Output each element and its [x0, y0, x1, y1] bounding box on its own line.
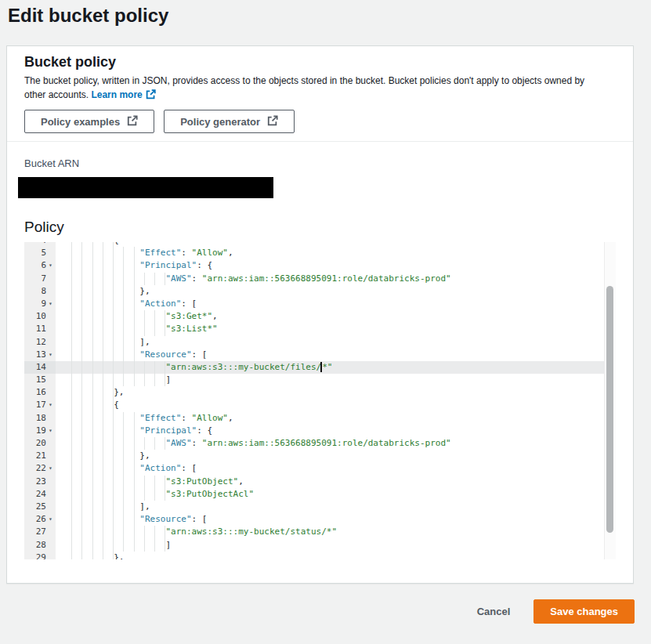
line-number: 12	[24, 336, 56, 349]
code-text: "Resource": [	[56, 513, 616, 526]
line-number: 17▾	[24, 399, 56, 411]
code-text: "Effect": "Allow",	[56, 247, 616, 259]
editor-line[interactable]: 13▾ "Resource": [	[24, 349, 616, 361]
editor-line[interactable]: 25 ],	[24, 501, 616, 513]
editor-line[interactable]: 29 },	[24, 552, 616, 559]
code-text: "AWS": "arn:aws:iam::563668895091:role/d…	[56, 273, 616, 285]
description-line1: The bucket policy, written in JSON, prov…	[24, 75, 584, 86]
editor-line[interactable]: 15 ]	[24, 374, 616, 386]
editor-line[interactable]: 23 "s3:PutObject",	[24, 476, 616, 488]
policy-examples-button[interactable]: Policy examples	[24, 110, 154, 133]
line-number: 15	[24, 374, 56, 386]
code-text: "s3:Get*",	[56, 310, 616, 323]
panel-description: The bucket policy, written in JSON, prov…	[24, 74, 616, 103]
editor-line[interactable]: 20 "AWS": "arn:aws:iam::563668895091:rol…	[24, 437, 616, 450]
editor-line[interactable]: 9▾ "Action": [	[24, 298, 616, 310]
editor-line[interactable]: 27 "arn:aws:s3:::my-bucket/status/*"	[24, 526, 616, 538]
form-actions: Cancel Save changes	[0, 599, 635, 624]
line-number: 14	[24, 361, 56, 374]
editor-line[interactable]: 24 "s3:PutObjectAcl"	[24, 488, 616, 501]
policy-generator-button[interactable]: Policy generator	[164, 110, 295, 133]
line-number: 5	[24, 247, 56, 259]
code-text: "Principal": {	[56, 259, 616, 272]
page-title: Edit bucket policy	[0, 0, 651, 27]
bucket-arn-label: Bucket ARN	[24, 157, 616, 169]
line-number: 9▾	[24, 298, 56, 310]
bucket-arn-redacted-value	[18, 177, 273, 198]
code-text: },	[56, 285, 616, 298]
editor-line[interactable]: 16 },	[24, 386, 616, 399]
code-text: "s3:PutObjectAcl"	[56, 488, 616, 501]
code-text: "Resource": [	[56, 349, 616, 361]
code-text: "Effect": "Allow",	[56, 412, 616, 425]
code-text: "AWS": "arn:aws:iam::563668895091:role/d…	[56, 437, 616, 450]
fold-arrow-icon[interactable]: ▾	[46, 425, 55, 437]
code-text: },	[56, 450, 616, 462]
fold-arrow-icon[interactable]: ▾	[46, 298, 55, 310]
line-number: 7	[24, 273, 56, 285]
external-link-icon	[146, 89, 156, 103]
line-number: 23	[24, 476, 56, 488]
policy-label: Policy	[24, 219, 616, 236]
line-number: 26▾	[24, 513, 56, 526]
code-text: ],	[56, 336, 616, 349]
panel-header: Bucket policy The bucket policy, written…	[7, 46, 633, 141]
fold-arrow-icon[interactable]: ▾	[46, 259, 55, 272]
line-number: 20	[24, 437, 56, 450]
code-text: "arn:aws:s3:::my-bucket/files/*"	[56, 361, 616, 374]
code-text: "arn:aws:s3:::my-bucket/status/*"	[56, 526, 616, 538]
editor-line[interactable]: 6▾ "Principal": {	[24, 259, 616, 272]
external-link-icon	[267, 115, 278, 128]
editor-line[interactable]: 18 "Effect": "Allow",	[24, 412, 616, 425]
code-text: "Action": [	[56, 462, 616, 475]
line-number: 10	[24, 310, 56, 323]
external-link-icon	[127, 115, 138, 128]
editor-line[interactable]: 7 "AWS": "arn:aws:iam::563668895091:role…	[24, 273, 616, 285]
panel-header-buttons: Policy examples Policy generator	[24, 110, 616, 133]
editor-content: 4 {5 "Effect": "Allow",6▾ "Principal": {…	[24, 242, 616, 559]
policy-generator-label: Policy generator	[180, 116, 260, 128]
code-text: "s3:List*"	[56, 323, 616, 335]
description-line2: other accounts.	[24, 89, 89, 100]
fold-arrow-icon[interactable]: ▾	[46, 462, 55, 475]
line-number: 29	[24, 552, 56, 559]
panel-body: Bucket ARN Policy 4 {5 "Effect": "Allow"…	[7, 141, 633, 583]
editor-line[interactable]: 28 ]	[24, 539, 616, 552]
line-number: 6▾	[24, 259, 56, 272]
fold-arrow-icon[interactable]: ▾	[46, 349, 55, 361]
line-number: 19▾	[24, 425, 56, 437]
line-number: 18	[24, 412, 56, 425]
editor-line[interactable]: 5 "Effect": "Allow",	[24, 247, 616, 259]
code-text: "Principal": {	[56, 425, 616, 437]
line-number: 8	[24, 285, 56, 298]
editor-line[interactable]: 26▾ "Resource": [	[24, 513, 616, 526]
policy-code-editor[interactable]: 4 {5 "Effect": "Allow",6▾ "Principal": {…	[24, 242, 616, 559]
learn-more-link[interactable]: Learn more	[91, 89, 142, 100]
line-number: 25	[24, 501, 56, 513]
cancel-button[interactable]: Cancel	[474, 601, 514, 622]
editor-line[interactable]: 19▾ "Principal": {	[24, 425, 616, 437]
editor-line[interactable]: 21 },	[24, 450, 616, 462]
editor-scrollbar-thumb[interactable]	[606, 286, 613, 533]
policy-examples-label: Policy examples	[41, 116, 120, 128]
fold-arrow-icon[interactable]: ▾	[46, 513, 55, 526]
line-number: 11	[24, 323, 56, 335]
line-number: 21	[24, 450, 56, 462]
editor-line[interactable]: 11 "s3:List*"	[24, 323, 616, 335]
editor-scrollbar-track[interactable]	[604, 242, 616, 559]
editor-line[interactable]: 12 ],	[24, 336, 616, 349]
line-number: 16	[24, 386, 56, 399]
editor-line[interactable]: 17▾ {	[24, 399, 616, 411]
code-text: ],	[56, 501, 616, 513]
code-text: ]	[56, 539, 616, 552]
fold-arrow-icon[interactable]: ▾	[46, 399, 55, 411]
editor-line[interactable]: 10 "s3:Get*",	[24, 310, 616, 323]
line-number: 28	[24, 539, 56, 552]
save-changes-button[interactable]: Save changes	[533, 599, 635, 624]
editor-line[interactable]: 14 "arn:aws:s3:::my-bucket/files/*"	[24, 361, 616, 374]
editor-line[interactable]: 8 },	[24, 285, 616, 298]
line-number: 24	[24, 488, 56, 501]
code-text: "Action": [	[56, 298, 616, 310]
editor-line[interactable]: 22▾ "Action": [	[24, 462, 616, 475]
code-text: ]	[56, 374, 616, 386]
